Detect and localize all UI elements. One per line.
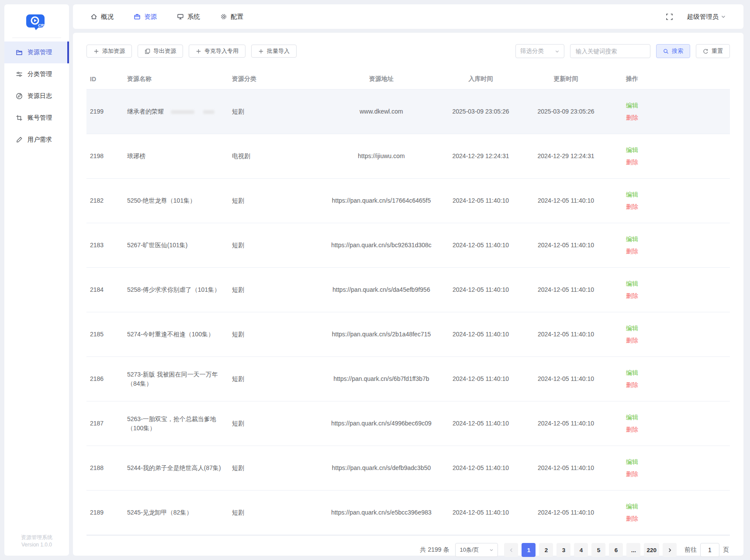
app-logo: CRM bbox=[4, 4, 69, 38]
page-button[interactable]: 2 bbox=[539, 543, 553, 557]
refresh-icon bbox=[703, 48, 709, 54]
add-resource-button[interactable]: 添加资源 bbox=[86, 45, 132, 58]
cell-updated: 2024-12-05 11:40:10 bbox=[523, 223, 608, 268]
toolbar-actions: 添加资源 导出资源 夸克导入专用 批量导入 bbox=[86, 45, 297, 58]
home-icon bbox=[90, 13, 97, 20]
edit-link[interactable]: 编辑 bbox=[626, 413, 638, 422]
redacted-text bbox=[203, 110, 214, 114]
cell-category: 短剧 bbox=[228, 357, 325, 401]
cell-category: 短剧 bbox=[228, 446, 325, 491]
cell-operations: 编辑 删除 bbox=[608, 179, 730, 223]
delete-link[interactable]: 删除 bbox=[626, 291, 638, 301]
cell-created: 2024-12-29 12:24:31 bbox=[438, 134, 523, 179]
delete-link[interactable]: 删除 bbox=[626, 202, 638, 211]
category-filter-select[interactable]: 筛选分类 bbox=[515, 44, 564, 58]
cell-updated: 2024-12-05 11:40:10 bbox=[523, 401, 608, 446]
button-label: 搜索 bbox=[672, 47, 683, 55]
cell-category: 短剧 bbox=[228, 491, 325, 535]
goto-page-input[interactable] bbox=[700, 543, 719, 557]
resources-table: ID 资源名称 资源分类 资源地址 入库时间 更新时间 操作 2199 继承者的… bbox=[86, 70, 730, 535]
batch-import-button[interactable]: 批量导入 bbox=[251, 45, 297, 58]
plus-icon bbox=[93, 48, 99, 54]
page-button[interactable]: 220 bbox=[644, 543, 659, 557]
sidebar-item-resource-management[interactable]: 资源管理 bbox=[4, 41, 69, 63]
reset-button[interactable]: 重置 bbox=[696, 44, 730, 58]
search-button[interactable]: 搜索 bbox=[656, 44, 690, 58]
table-row: 2183 5267-旷世医仙(101集) 短剧 https://pan.quar… bbox=[86, 223, 730, 268]
page-size-value: 10条/页 bbox=[460, 546, 479, 554]
delete-link[interactable]: 删除 bbox=[626, 336, 638, 345]
delete-link[interactable]: 删除 bbox=[626, 514, 638, 523]
top-nav: 概况 资源 系统 配置 bbox=[90, 13, 243, 21]
cell-updated: 2024-12-05 11:40:10 bbox=[523, 312, 608, 357]
edit-link[interactable]: 编辑 bbox=[626, 368, 638, 377]
edit-link[interactable]: 编辑 bbox=[626, 279, 638, 288]
edit-link[interactable]: 编辑 bbox=[626, 324, 638, 333]
page-size-select[interactable]: 10条/页 bbox=[455, 543, 498, 557]
page-button[interactable]: 6 bbox=[609, 543, 623, 557]
header-address: 资源地址 bbox=[325, 70, 438, 90]
sidebar-item-label: 用户需求 bbox=[28, 136, 52, 144]
sidebar-item-user-requests[interactable]: 用户需求 bbox=[4, 129, 69, 151]
sidebar-item-category-management[interactable]: 分类管理 bbox=[4, 63, 69, 85]
sidebar-divider bbox=[12, 38, 61, 38]
cell-created: 2024-12-05 11:40:10 bbox=[438, 446, 523, 491]
cell-name: 5244-我的弟子全是绝世高人(87集) bbox=[124, 446, 228, 491]
copy-document-icon bbox=[145, 48, 150, 54]
delete-link[interactable]: 删除 bbox=[626, 113, 638, 122]
sidebar-item-account-management[interactable]: 账号管理 bbox=[4, 107, 69, 129]
cell-id: 2189 bbox=[86, 491, 124, 535]
delete-link[interactable]: 删除 bbox=[626, 470, 638, 479]
next-page-button[interactable] bbox=[663, 543, 677, 557]
cell-category: 短剧 bbox=[228, 90, 325, 134]
gear-icon bbox=[220, 13, 227, 20]
svg-text:CRM: CRM bbox=[38, 23, 47, 28]
cell-operations: 编辑 删除 bbox=[608, 446, 730, 491]
sidebar-item-resource-log[interactable]: 资源日志 bbox=[4, 85, 69, 107]
edit-link[interactable]: 编辑 bbox=[626, 457, 638, 467]
export-resource-button[interactable]: 导出资源 bbox=[138, 45, 183, 58]
cell-address: https://pan.quark.cn/s/6b7fd1ff3b7b bbox=[325, 357, 438, 401]
delete-link[interactable]: 删除 bbox=[626, 425, 638, 434]
edit-link[interactable]: 编辑 bbox=[626, 145, 638, 155]
nav-item-resources[interactable]: 资源 bbox=[134, 13, 157, 21]
monitor-icon bbox=[177, 13, 184, 20]
page-button[interactable]: 5 bbox=[591, 543, 605, 557]
cell-updated: 2024-12-05 11:40:10 bbox=[523, 491, 608, 535]
edit-link[interactable]: 编辑 bbox=[626, 235, 638, 244]
nav-item-overview[interactable]: 概况 bbox=[90, 13, 114, 21]
briefcase-icon bbox=[134, 13, 141, 20]
edit-link[interactable]: 编辑 bbox=[626, 101, 638, 110]
nav-item-system[interactable]: 系统 bbox=[177, 13, 200, 21]
table-row: 2198 琅琊榜 电视剧 https://ijiuwu.com 2024-12-… bbox=[86, 134, 730, 179]
page-button[interactable]: 1 bbox=[522, 543, 536, 557]
page-button[interactable]: 3 bbox=[556, 543, 570, 557]
nav-item-label: 概况 bbox=[101, 13, 114, 21]
user-menu[interactable]: 超级管理员 bbox=[687, 13, 726, 21]
keyword-search-input[interactable] bbox=[570, 44, 650, 58]
delete-link[interactable]: 删除 bbox=[626, 158, 638, 167]
cell-name: 5258-傅少求求你别虐了（101集） bbox=[124, 268, 228, 312]
quark-import-button[interactable]: 夸克导入专用 bbox=[189, 45, 245, 58]
cell-created: 2024-12-05 11:40:10 bbox=[438, 223, 523, 268]
nav-item-settings[interactable]: 配置 bbox=[220, 13, 243, 21]
toolbar: 添加资源 导出资源 夸克导入专用 批量导入 bbox=[86, 44, 730, 58]
edit-link[interactable]: 编辑 bbox=[626, 190, 638, 199]
pagination-ellipsis[interactable]: ... bbox=[626, 543, 640, 557]
app-version: Version 1.0.0 bbox=[4, 541, 69, 549]
delete-link[interactable]: 删除 bbox=[626, 247, 638, 256]
cell-updated: 2024-12-29 12:24:31 bbox=[523, 134, 608, 179]
cell-updated: 2024-12-05 11:40:10 bbox=[523, 446, 608, 491]
edit-link[interactable]: 编辑 bbox=[626, 502, 638, 511]
cell-id: 2188 bbox=[86, 446, 124, 491]
cell-created: 2024-12-05 11:40:10 bbox=[438, 357, 523, 401]
fullscreen-button[interactable] bbox=[666, 13, 673, 21]
page-button[interactable]: 4 bbox=[574, 543, 588, 557]
cell-updated: 2025-03-09 23:05:26 bbox=[523, 90, 608, 134]
sliders-icon bbox=[16, 71, 23, 78]
delete-link[interactable]: 删除 bbox=[626, 380, 638, 390]
cell-id: 2198 bbox=[86, 134, 124, 179]
user-name: 超级管理员 bbox=[687, 13, 719, 21]
page-number-buttons: 123456...220 bbox=[522, 543, 659, 557]
prev-page-button[interactable] bbox=[504, 543, 518, 557]
